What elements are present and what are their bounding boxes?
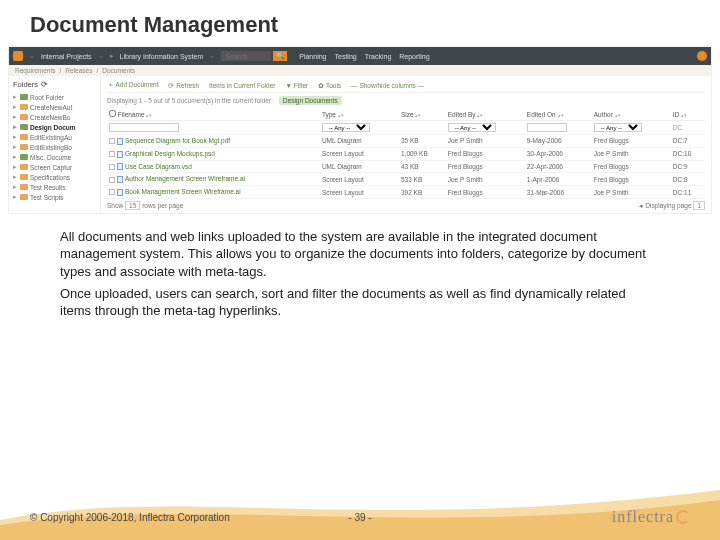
sidebar-item[interactable]: ▸Test Results <box>13 182 96 192</box>
toolbar: ＋ Add Document ⟳ Refresh Items in Curren… <box>107 79 705 93</box>
add-document-button[interactable]: ＋ Add Document <box>107 81 158 90</box>
folder-icon <box>20 194 28 200</box>
table-row[interactable]: Sequence Diagram for Book Mgt.pdfUML Dia… <box>107 135 705 148</box>
folder-icon <box>20 174 28 180</box>
folder-icon <box>20 184 28 190</box>
avatar[interactable] <box>697 51 707 61</box>
app-screenshot: ⌄ Internal Projects ⌄ ▸ Library Informat… <box>8 46 712 214</box>
sidebar-item[interactable]: ▸Screen Captur <box>13 162 96 172</box>
rows-per-page[interactable]: 15 <box>125 201 140 210</box>
project-group[interactable]: Internal Projects <box>41 53 92 60</box>
file-icon <box>117 138 123 145</box>
nav-tracking[interactable]: Tracking <box>365 53 392 60</box>
folder-icon <box>20 164 28 170</box>
filter-author[interactable]: -- Any -- <box>594 123 642 132</box>
search-button[interactable]: 🔍 <box>273 51 287 61</box>
search-input[interactable] <box>221 51 271 61</box>
filter-type[interactable]: -- Any -- <box>322 123 370 132</box>
sidebar-item[interactable]: ▸CreateNewAut <box>13 102 96 112</box>
folder-icon <box>20 104 28 110</box>
folder-icon <box>20 114 28 120</box>
search-box: 🔍 <box>221 51 287 61</box>
sidebar-item[interactable]: ▸Design Docum <box>13 122 96 132</box>
sidebar-item[interactable]: ▸EditExistingBo <box>13 142 96 152</box>
project-name[interactable]: Library Information System <box>120 53 204 60</box>
slide-title: Document Management <box>0 0 720 46</box>
chevron-down-icon[interactable]: ⌄ <box>98 52 104 60</box>
chevron-down-icon[interactable]: ⌄ <box>209 52 215 60</box>
documents-table: Filename ▴▾Type ▴▾Size ▴▾Edited By ▴▾Edi… <box>107 108 705 199</box>
column-header[interactable]: Size ▴▾ <box>399 108 446 121</box>
nav-testing[interactable]: Testing <box>335 53 357 60</box>
breadcrumb: Requirements / Releases / Documents <box>9 65 711 76</box>
file-icon <box>117 163 123 170</box>
table-row[interactable]: Graphical Design Mockups.psdScreen Layou… <box>107 147 705 160</box>
column-header[interactable]: Edited On ▴▾ <box>525 108 592 121</box>
nav-reporting[interactable]: Reporting <box>399 53 429 60</box>
sidebar-item[interactable]: ▸CreateNewBo <box>13 112 96 122</box>
main-panel: ＋ Add Document ⟳ Refresh Items in Curren… <box>101 76 711 213</box>
crumb[interactable]: Documents <box>102 67 135 74</box>
pager: Show 15 rows per page ◂ Displaying page … <box>107 199 705 210</box>
folder-icon <box>20 134 28 140</box>
page-number: - 39 - <box>348 512 371 523</box>
column-header[interactable]: Edited By ▴▾ <box>446 108 525 121</box>
file-icon <box>117 189 123 196</box>
sidebar: Folders ⟳ ▸Root Folder▸CreateNewAut▸Crea… <box>9 76 101 213</box>
footer: © Copyright 2006-2018, Inflectra Corpora… <box>30 508 690 526</box>
column-header[interactable]: Author ▴▾ <box>592 108 671 121</box>
crumb[interactable]: Releases <box>65 67 92 74</box>
folder-icon <box>20 154 28 160</box>
refresh-button[interactable]: ⟳ Refresh <box>168 82 199 90</box>
copyright: © Copyright 2006-2018, Inflectra Corpora… <box>30 512 230 523</box>
description: All documents and web links uploaded to … <box>0 214 720 320</box>
nav-planning[interactable]: Planning <box>299 53 326 60</box>
column-header[interactable]: ID ▴▾ <box>671 108 705 121</box>
table-row[interactable]: Use Case Diagram.vsdUML Diagram43 KBFred… <box>107 160 705 173</box>
showhide-columns[interactable]: — Show/hide columns — <box>351 82 424 89</box>
folder-icon <box>20 144 28 150</box>
sidebar-item[interactable]: ▸Test Scripts <box>13 192 96 202</box>
folder-icon <box>20 94 28 100</box>
file-icon <box>117 176 123 183</box>
filter-button[interactable]: ▼ Filter <box>286 82 309 89</box>
scope-selector[interactable]: Items in Current Folder <box>209 82 275 89</box>
refresh-icon[interactable]: ⟳ <box>41 80 48 89</box>
column-header[interactable]: Type ▴▾ <box>320 108 399 121</box>
table-row[interactable]: Book Management Screen Wireframe.aiScree… <box>107 186 705 199</box>
sidebar-item[interactable]: ▸EditExistingAu <box>13 132 96 142</box>
chevron-down-icon[interactable]: ⌄ <box>29 52 35 60</box>
table-row[interactable]: Author Management Screen Wireframe.aiScr… <box>107 173 705 186</box>
folder-icon <box>20 124 28 130</box>
sidebar-header: Folders ⟳ <box>13 80 96 89</box>
brand-logo: inflectra <box>612 508 690 526</box>
sidebar-item[interactable]: ▸Misc. Docume <box>13 152 96 162</box>
sidebar-item[interactable]: ▸Specifications <box>13 172 96 182</box>
topbar: ⌄ Internal Projects ⌄ ▸ Library Informat… <box>9 47 711 65</box>
crumb[interactable]: Requirements <box>15 67 55 74</box>
status-bar: Displaying 1 - 5 out of 5 document(s) in… <box>107 93 705 108</box>
filter-editedby[interactable]: -- Any -- <box>448 123 496 132</box>
column-header[interactable]: Filename ▴▾ <box>107 108 320 121</box>
app-logo-icon <box>13 51 23 61</box>
sidebar-item[interactable]: ▸Root Folder <box>13 92 96 102</box>
page-input[interactable]: 1 <box>693 201 705 210</box>
ring-icon <box>676 510 690 524</box>
tools-button[interactable]: ✿ Tools <box>318 82 341 90</box>
folder-chip: Design Documents <box>279 96 342 105</box>
file-icon <box>117 151 123 158</box>
